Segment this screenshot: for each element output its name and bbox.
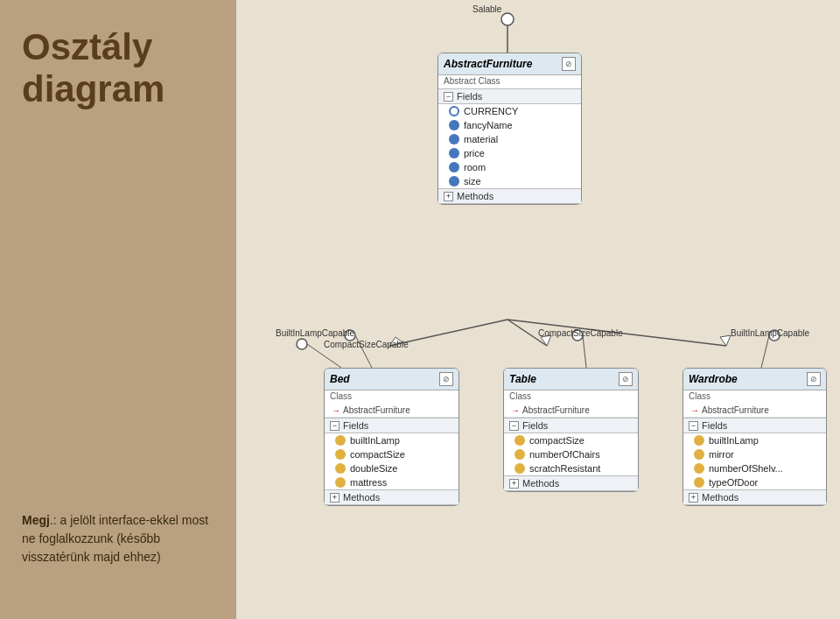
- private-field-icon: [449, 162, 459, 172]
- abstract-furniture-methods-header: + Methods: [438, 188, 581, 204]
- bed-stereotype: Class: [325, 390, 458, 404]
- yellow-field-icon: [335, 477, 346, 488]
- field-compactsize: compactSize: [325, 447, 458, 461]
- field-scratchresistant: scratchResistant: [504, 461, 638, 475]
- yellow-field-icon: [514, 449, 525, 460]
- bed-methods-header: + Methods: [325, 489, 458, 505]
- diagram-area: Salable BuiltInLampCapable CompactSizeCa…: [236, 0, 840, 619]
- wardrobe-box: Wardrobe ⊘ Class → AbstractFurniture − F…: [682, 368, 827, 506]
- wardrobe-methods-header: + Methods: [683, 489, 826, 505]
- field-currency: CURRENCY: [438, 104, 581, 118]
- yellow-field-icon: [335, 463, 346, 474]
- page-title: Osztálydiagram: [22, 26, 214, 111]
- yellow-field-icon: [335, 435, 346, 446]
- salable-interface-label: Salable: [472, 4, 501, 14]
- bed-interface2-label: CompactSizeCapable: [324, 340, 409, 349]
- table-name: Table: [509, 373, 536, 385]
- wardrobe-name: Wardrobe: [689, 373, 738, 385]
- yellow-field-icon: [514, 463, 525, 474]
- field-price: price: [438, 146, 581, 160]
- table-box: Table ⊘ Class → AbstractFurniture − Fiel…: [503, 368, 639, 492]
- svg-point-0: [501, 13, 514, 25]
- abstract-furniture-header: AbstractFurniture ⊘: [438, 53, 581, 75]
- svg-marker-7: [720, 335, 731, 346]
- note-text: Megj.: a jelölt interface-ekkel most ne …: [22, 511, 214, 593]
- field-builtinlamp: builtInLamp: [325, 433, 458, 447]
- private-field-icon: [449, 148, 459, 158]
- field-fancyname: fancyName: [438, 118, 581, 132]
- abstract-furniture-corner-icon: ⊘: [562, 57, 576, 71]
- field-mirror: mirror: [683, 447, 826, 461]
- yellow-field-icon: [514, 435, 525, 446]
- note-bold: Megj: [22, 513, 50, 527]
- field-numberofchairs: numberOfChairs: [504, 447, 638, 461]
- table-stereotype: Class: [504, 390, 638, 404]
- wardrobe-stereotype: Class: [683, 390, 826, 404]
- wardrobe-corner-icon: ⊘: [807, 372, 821, 386]
- field-numberofshelv: numberOfShelv...: [683, 461, 826, 475]
- bed-box: Bed ⊘ Class → AbstractFurniture − Fields…: [324, 368, 459, 506]
- svg-point-8: [297, 339, 307, 349]
- bed-name: Bed: [330, 373, 350, 385]
- private-field-icon: [449, 120, 459, 130]
- table-methods-header: + Methods: [504, 475, 638, 491]
- field-compactsize: compactSize: [504, 433, 638, 447]
- bed-corner-icon: ⊘: [439, 372, 453, 386]
- fields-collapse-icon: −: [444, 92, 453, 102]
- left-panel: Osztálydiagram Megj.: a jelölt interface…: [0, 0, 236, 619]
- table-interface1-label: CompactSizeCapable: [538, 328, 623, 338]
- yellow-field-icon: [694, 477, 704, 488]
- abstract-furniture-fields-header: − Fields: [438, 88, 581, 104]
- abstract-furniture-name: AbstractFurniture: [444, 58, 532, 70]
- field-size: size: [438, 174, 581, 188]
- svg-line-15: [761, 335, 769, 368]
- abstract-furniture-box: AbstractFurniture ⊘ Abstract Class − Fie…: [438, 53, 582, 205]
- svg-line-13: [583, 335, 586, 368]
- table-corner-icon: ⊘: [619, 372, 633, 386]
- yellow-field-icon: [694, 463, 704, 474]
- bed-header: Bed ⊘: [325, 369, 458, 390]
- fields-collapse-icon: −: [509, 421, 519, 431]
- field-builtinlamp: builtInLamp: [683, 433, 826, 447]
- field-typeofdoor: typeOfDoor: [683, 475, 826, 489]
- fields-collapse-icon: −: [689, 421, 698, 431]
- table-fields-header: − Fields: [504, 418, 638, 433]
- yellow-field-icon: [694, 449, 704, 460]
- abstract-furniture-stereotype: Abstract Class: [438, 75, 581, 88]
- methods-collapse-icon: +: [689, 493, 698, 503]
- field-room: room: [438, 160, 581, 174]
- fields-collapse-icon: −: [330, 421, 340, 431]
- static-field-icon: [449, 106, 459, 116]
- wardrobe-fields-header: − Fields: [683, 418, 826, 433]
- table-header: Table ⊘: [504, 369, 638, 390]
- private-field-icon: [449, 134, 459, 144]
- wardrobe-parent-ref: → AbstractFurniture: [683, 404, 826, 418]
- bed-parent-ref: → AbstractFurniture: [325, 404, 458, 418]
- field-doublesize: doubleSize: [325, 461, 458, 475]
- yellow-field-icon: [694, 435, 704, 446]
- private-field-icon: [449, 176, 459, 186]
- wardrobe-header: Wardrobe ⊘: [683, 369, 826, 390]
- bed-interface1-label: BuiltInLampCapable: [276, 328, 354, 338]
- methods-collapse-icon: +: [330, 493, 340, 503]
- field-mattress: mattress: [325, 475, 458, 489]
- methods-collapse-icon: +: [509, 479, 519, 489]
- table-parent-ref: → AbstractFurniture: [504, 404, 638, 418]
- bed-fields-header: − Fields: [325, 418, 458, 433]
- methods-collapse-icon: +: [444, 192, 453, 201]
- yellow-field-icon: [335, 449, 346, 460]
- field-material: material: [438, 132, 581, 146]
- wardrobe-interface1-label: BuiltInLampCapable: [731, 328, 809, 338]
